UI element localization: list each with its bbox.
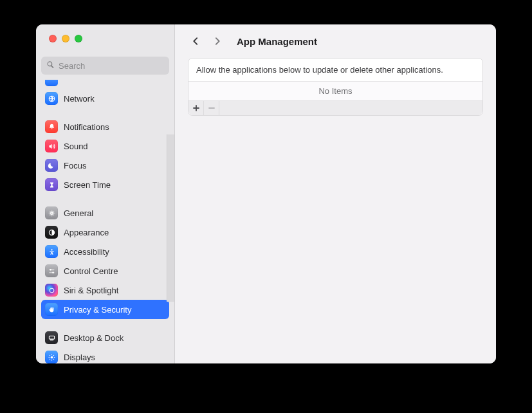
bell-icon (45, 120, 58, 133)
sidebar-item-displays[interactable]: Displays (41, 347, 169, 363)
sidebar-item-label: Screen Time (64, 180, 111, 190)
sidebar-item-accessibility[interactable]: Accessibility (41, 242, 169, 261)
gear-icon (45, 206, 58, 219)
sidebar-item-focus[interactable]: Focus (41, 156, 169, 175)
search-field[interactable] (41, 57, 169, 75)
sidebar-scrollbar[interactable] (167, 134, 174, 302)
sidebar-item-label: Network (64, 94, 95, 104)
sidebar-item-network[interactable]: Network (41, 89, 169, 108)
sidebar-item-label: Siri & Spotlight (64, 286, 118, 295)
sidebar-item-label: Focus (64, 161, 86, 170)
sidebar-item-general[interactable]: General (41, 203, 169, 223)
panel-footer (188, 101, 482, 115)
sidebar-item-label: Accessibility (64, 247, 109, 257)
sidebar-item-label: Privacy & Security (64, 305, 131, 315)
sidebar-item-hidden-prev[interactable] (41, 80, 169, 86)
search-icon (46, 60, 55, 71)
svg-point-4 (50, 269, 51, 271)
sidebar-item-label: Displays (64, 353, 95, 362)
main-content: App Management Allow the applications be… (175, 24, 496, 363)
sidebar-item-privacy-security[interactable]: Privacy & Security (41, 300, 169, 319)
sidebar-item-notifications[interactable]: Notifications (41, 117, 169, 136)
hourglass-icon (45, 178, 58, 191)
sidebar-item-desktop-dock[interactable]: Desktop & Dock (41, 328, 169, 347)
app-list-panel: Allow the applications below to update o… (188, 58, 483, 116)
window-controls (36, 24, 174, 53)
svg-point-2 (51, 249, 52, 250)
sliders-icon (45, 264, 58, 277)
sidebar-item-label: Desktop & Dock (64, 333, 124, 343)
sidebar-item-screen-time[interactable]: Screen Time (41, 175, 169, 194)
close-window-button[interactable] (49, 35, 57, 42)
svg-rect-9 (50, 339, 53, 340)
sidebar-item-siri-spotlight[interactable]: Siri & Spotlight (41, 280, 169, 300)
panel-description: Allow the applications below to update o… (188, 59, 482, 82)
siri-icon (45, 284, 58, 297)
forward-button[interactable] (210, 33, 225, 49)
hand-icon (45, 303, 58, 316)
search-input[interactable] (59, 61, 164, 71)
svg-point-10 (50, 356, 53, 358)
main-header: App Management (175, 24, 496, 58)
sidebar-item-label: Appearance (64, 228, 109, 237)
dock-icon (45, 331, 58, 344)
svg-point-6 (52, 271, 54, 273)
sidebar-item-appearance[interactable]: Appearance (41, 223, 169, 242)
speaker-icon (45, 140, 58, 152)
page-title: App Management (237, 36, 317, 47)
sidebar-item-sound[interactable]: Sound (41, 136, 169, 156)
globe-icon (45, 92, 58, 105)
zoom-window-button[interactable] (75, 35, 82, 42)
svg-point-7 (50, 288, 54, 293)
svg-rect-8 (49, 336, 54, 339)
sidebar-item-label: Notifications (64, 122, 109, 132)
accessibility-icon (45, 245, 58, 258)
sidebar-item-label: General (64, 208, 93, 218)
sidebar-item-label: Sound (64, 142, 88, 151)
sidebar: Network Notifications Sound Focus (36, 24, 175, 363)
minimize-window-button[interactable] (62, 35, 69, 42)
brightness-icon (45, 351, 58, 363)
settings-window: Network Notifications Sound Focus (36, 24, 496, 363)
appearance-icon (45, 226, 58, 239)
sidebar-item-control-centre[interactable]: Control Centre (41, 261, 169, 280)
sidebar-item-label: Control Centre (64, 266, 118, 276)
empty-state-text: No Items (188, 82, 482, 101)
add-button[interactable] (188, 101, 204, 115)
back-button[interactable] (188, 33, 203, 49)
moon-icon (45, 159, 58, 172)
remove-button[interactable] (204, 101, 219, 115)
sidebar-list[interactable]: Network Notifications Sound Focus (36, 80, 174, 363)
